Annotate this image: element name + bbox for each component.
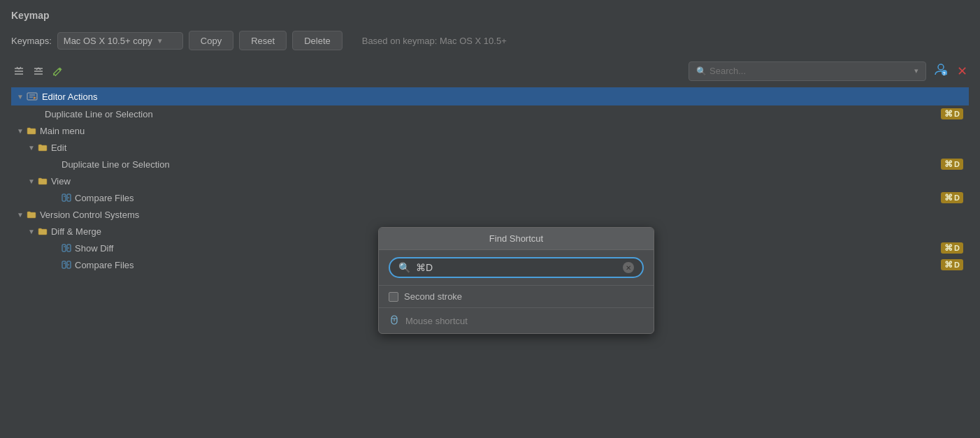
tree-header-editor-actions[interactable]: ▼ Editor Actions [11,87,969,105]
editor-actions-icon [27,91,38,102]
item-label: Duplicate Line or Selection [45,109,153,119]
mouse-icon [389,315,400,326]
shortcut-badge: ⌘D [941,108,963,119]
popup-clear-button[interactable]: ✕ [623,262,634,273]
tree-row[interactable]: Duplicate Line or Selection ⌘D [11,156,969,173]
keymaps-dropdown[interactable]: Mac OS X 10.5+ copy ▼ [57,32,183,50]
folder-label: Main menu [40,126,85,136]
search-icon: 🔍 [696,66,707,76]
based-on-label: Based on keymap: Mac OS X 10.5+ [362,36,507,46]
item-label: Compare Files [75,193,134,203]
keymaps-selected-value: Mac OS X 10.5+ copy [64,36,152,46]
second-stroke-label: Second stroke [404,291,462,302]
shortcut-badge: ⌘D [941,192,963,203]
popup-second-stroke-row: Second stroke [379,286,654,308]
search-dropdown-icon[interactable]: ▾ [914,66,918,75]
tree-container: ▼ Editor Actions Duplicate Line or Selec… [11,87,969,428]
folder-icon [38,143,48,152]
reset-button[interactable]: Reset [239,31,287,50]
popup-search-row: 🔍 ✕ [379,250,654,286]
folder-label: Diff & Merge [51,226,101,237]
item-label: Compare Files [75,260,134,270]
popup-search-field[interactable] [416,262,617,273]
folder-icon [27,210,36,219]
popup-mouse-row[interactable]: Mouse shortcut [379,308,654,333]
toolbar-right: 🔍 ▾ ? ✕ [689,60,969,82]
collapse-all-icon [32,65,45,78]
expand-all-icon [13,65,25,78]
pencil-icon [52,66,63,77]
tree-row-main-menu[interactable]: ▼ Main menu [11,122,969,139]
shortcut-badge: ⌘D [941,259,963,270]
folder-icon [38,176,48,186]
svg-marker-12 [34,96,36,99]
popup-search-icon: 🔍 [398,262,410,273]
folder-label: Edit [51,143,66,153]
user-icon-button[interactable]: ? [932,60,950,82]
page-title: Keymap [11,10,969,21]
user-icon: ? [933,61,949,77]
editor-actions-label: Editor Actions [42,92,98,102]
find-shortcut-popup: Find Shortcut 🔍 ✕ Second stroke Mous [378,227,654,334]
svg-rect-21 [62,261,66,268]
copy-button[interactable]: Copy [189,31,233,50]
toolbar-row: 🔍 ▾ ? ✕ [11,60,969,82]
keymap-bar: Keymaps: Mac OS X 10.5+ copy ▼ Copy Rese… [11,31,969,50]
shortcut-badge: ⌘D [941,242,963,254]
popup-search-input-wrapper: 🔍 ✕ [389,257,644,278]
tree-row[interactable]: Compare Files ⌘D [11,189,969,206]
expand-all-button[interactable] [11,64,27,79]
svg-rect-9 [27,93,37,100]
folder-label: View [51,176,71,187]
diff-icon [62,260,71,270]
collapse-all-button[interactable] [31,64,46,79]
expand-arrow-view: ▼ [28,177,35,185]
svg-rect-17 [62,244,66,251]
item-label: Duplicate Line or Selection [62,159,170,170]
expand-arrow-edit: ▼ [28,144,35,152]
expand-arrow-diff-merge: ▼ [28,228,35,235]
svg-rect-13 [62,194,66,201]
svg-point-6 [938,64,944,70]
expand-arrow-editor-actions: ▼ [17,93,24,101]
shortcut-badge: ⌘D [941,159,963,170]
popup-title: Find Shortcut [379,228,654,250]
folder-icon [38,226,48,236]
edit-button[interactable] [50,64,64,78]
expand-arrow-vcs: ▼ [17,211,24,219]
page-container: Keymap Keymaps: Mac OS X 10.5+ copy ▼ Co… [0,0,980,438]
svg-text:?: ? [943,71,946,76]
expand-arrow-main-menu: ▼ [17,127,24,135]
item-label: Show Diff [75,243,113,254]
second-stroke-checkbox[interactable] [389,292,398,302]
delete-button[interactable]: Delete [292,31,343,50]
tree-row[interactable]: Duplicate Line or Selection ⌘D [11,105,969,122]
tree-row-vcs[interactable]: ▼ Version Control Systems [11,206,969,223]
tree-row-view[interactable]: ▼ View [11,173,969,189]
chevron-down-icon: ▼ [157,37,164,45]
folder-label: Version Control Systems [40,210,139,220]
folder-icon [27,126,36,136]
toolbar-left [11,64,64,79]
tree-row-edit[interactable]: ▼ Edit [11,139,969,156]
search-input[interactable] [709,66,911,76]
mouse-shortcut-label: Mouse shortcut [405,316,468,326]
diff-icon [62,243,71,253]
diff-icon [62,193,71,203]
search-box: 🔍 ▾ [689,61,926,81]
close-button[interactable]: ✕ [956,62,969,80]
keymaps-label: Keymaps: [11,36,52,46]
